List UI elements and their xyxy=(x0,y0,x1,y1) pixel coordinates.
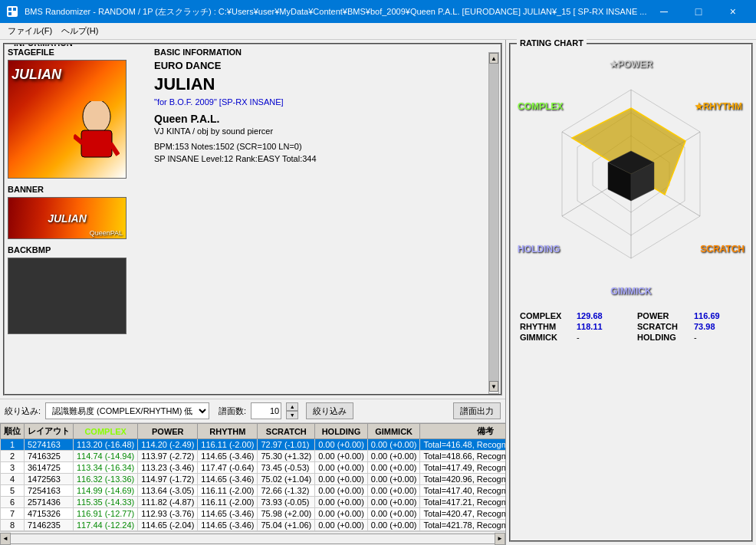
scratch-label: SCRATCH xyxy=(700,244,744,254)
col-scratch[interactable]: SCRATCH xyxy=(258,424,315,439)
banner-text: JULIAN xyxy=(48,212,87,225)
close-button[interactable]: × xyxy=(715,0,750,23)
num-input[interactable] xyxy=(251,402,281,419)
svg-rect-1 xyxy=(8,8,12,11)
main-area: INFORMATION ▲ ▼ STAGEFILE xyxy=(0,40,756,545)
minimize-button[interactable]: ─ xyxy=(646,0,681,23)
export-button[interactable]: 譜面出力 xyxy=(453,402,501,419)
title-bar: BMS Randomizer - RANDOM / 1P (左スクラッチ) : … xyxy=(0,0,756,23)
table-row[interactable]: 87146235117.44 (-12.24)114.65 (-2.04)114… xyxy=(1,520,506,531)
col-holding[interactable]: HOLDING xyxy=(315,424,368,439)
rhythm-key: RHYTHM xyxy=(520,322,574,331)
song-title: JULIAN xyxy=(154,74,498,94)
holding-value: - xyxy=(694,333,697,342)
table-body: 15274163113.20 (-16.48)114.20 (-2.49)116… xyxy=(1,439,506,532)
power-key: POWER xyxy=(637,311,691,320)
complex-label: COMPLEX xyxy=(518,101,563,112)
col-rhythm[interactable]: RHYTHM xyxy=(198,424,258,439)
table-row[interactable]: 74715326116.91 (-12.77)112.93 (-3.76)114… xyxy=(1,508,506,520)
hscroll-left-button[interactable]: ◄ xyxy=(0,533,11,545)
filter-bar: 絞り込み: 認識難易度 (COMPLEX/RHYTHM) 低 譜面数: ▲ ▼ … xyxy=(0,399,505,423)
table-wrap[interactable]: 順位 レイアウト COMPLEX POWER RHYTHM SCRATCH HO… xyxy=(0,423,505,531)
info-title: INFORMATION xyxy=(11,43,76,48)
col-power[interactable]: POWER xyxy=(138,424,198,439)
basic-info-col: BASIC INFORMATION EURO DANCE JULIAN "for… xyxy=(148,48,498,391)
holding-key: HOLDING xyxy=(637,333,691,342)
filter-select[interactable]: 認識難易度 (COMPLEX/RHYTHM) 低 xyxy=(45,402,209,419)
scratch-row: SCRATCH 73.98 xyxy=(637,322,742,331)
window-controls: ─ □ × xyxy=(646,0,750,23)
backbmp-label: BACKBMP xyxy=(8,245,142,254)
window-title: BMS Randomizer - RANDOM / 1P (左スクラッチ) : … xyxy=(25,6,646,18)
scratch-key: SCRATCH xyxy=(637,322,691,331)
filter-label: 絞り込み: xyxy=(5,405,41,417)
table-section: 順位 レイアウト COMPLEX POWER RHYTHM SCRATCH HO… xyxy=(0,423,505,545)
rhythm-label: ★RHYTHM xyxy=(695,101,742,112)
complex-row: COMPLEX 129.68 xyxy=(520,311,625,320)
stagefile-col: STAGEFILE JULI xyxy=(8,48,142,391)
hscroll-track[interactable] xyxy=(11,534,495,544)
banner-image: JULIAN QueenPAL xyxy=(8,197,127,239)
menu-file[interactable]: ファイル(F) xyxy=(3,24,57,38)
scroll-down-button[interactable]: ▼ xyxy=(489,381,498,392)
radar-area: ★POWER ★RHYTHM SCRATCH GIMMICK HOLDING C… xyxy=(514,48,748,308)
banner-label: BANNER xyxy=(8,185,142,194)
level-info: SP INSANE Level:12 Rank:EASY Total:344 xyxy=(154,154,498,163)
stagefile-title-text: JULIAN xyxy=(12,67,61,83)
gimmick-key: GIMMICK xyxy=(520,333,574,342)
menu-help[interactable]: ヘルプ(H) xyxy=(57,24,103,38)
rhythm-row: RHYTHM 118.11 xyxy=(520,322,625,331)
rating-title: RATING CHART xyxy=(517,38,587,48)
power-row: POWER 116.69 xyxy=(637,311,742,320)
spin-up-button[interactable]: ▲ xyxy=(286,402,298,411)
holding-row: HOLDING - xyxy=(637,333,742,342)
num-spinner[interactable]: ▲ ▼ xyxy=(286,402,298,419)
scroll-indicator: ▲ ▼ xyxy=(488,52,499,394)
svg-rect-2 xyxy=(13,8,16,11)
info-content: STAGEFILE JULI xyxy=(8,48,498,391)
subartist-name: VJ KINTA / obj by sound piercer xyxy=(154,126,498,136)
filter-button[interactable]: 絞り込み xyxy=(306,402,353,419)
info-section: INFORMATION ▲ ▼ STAGEFILE xyxy=(3,43,502,396)
gimmick-row: GIMMICK - xyxy=(520,333,625,342)
bpm-notes: BPM:153 Notes:1502 (SCR=100 LN=0) xyxy=(154,142,498,151)
complex-value: 129.68 xyxy=(577,311,603,320)
col-gimmick[interactable]: GIMMICK xyxy=(367,424,420,439)
left-panel: INFORMATION ▲ ▼ STAGEFILE xyxy=(0,40,506,545)
power-label: ★POWER xyxy=(610,59,652,70)
num-label: 譜面数: xyxy=(219,405,246,417)
table-header: 順位 レイアウト COMPLEX POWER RHYTHM SCRATCH HO… xyxy=(1,424,506,439)
data-table: 順位 レイアウト COMPLEX POWER RHYTHM SCRATCH HO… xyxy=(0,423,505,531)
complex-key: COMPLEX xyxy=(520,311,574,320)
maximize-button[interactable]: □ xyxy=(681,0,715,23)
gimmick-label: GIMMICK xyxy=(610,286,651,297)
table-row[interactable]: 57254163114.99 (-14.69)113.64 (-3.05)116… xyxy=(1,485,506,497)
stagefile-label: STAGEFILE xyxy=(8,48,142,57)
table-row[interactable]: 15274163113.20 (-16.48)114.20 (-2.49)116… xyxy=(1,439,506,451)
scratch-value: 73.98 xyxy=(694,322,715,331)
col-layout[interactable]: レイアウト xyxy=(25,424,74,439)
genre-text: EURO DANCE xyxy=(154,60,498,71)
table-row[interactable]: 33614725113.34 (-16.34)113.23 (-3.46)117… xyxy=(1,462,506,474)
col-rank[interactable]: 順位 xyxy=(1,424,25,439)
table-row[interactable]: 27416325114.74 (-14.94)113.97 (-2.72)114… xyxy=(1,451,506,462)
song-subtitle: "for B.O.F. 2009" [SP-RX INSANE] xyxy=(154,97,498,107)
hscroll-right-button[interactable]: ► xyxy=(495,533,505,545)
scroll-up-button[interactable]: ▲ xyxy=(489,53,498,64)
table-scroll-bottom[interactable]: ◄ ► xyxy=(0,531,505,545)
basic-info-label: BASIC INFORMATION xyxy=(154,48,498,57)
artist-name: Queen P.A.L. xyxy=(154,113,498,125)
col-note[interactable]: 備考 xyxy=(420,424,505,439)
title-bar-left: BMS Randomizer - RANDOM / 1P (左スクラッチ) : … xyxy=(6,5,646,18)
table-row[interactable]: 41472563116.32 (-13.36)114.97 (-1.72)114… xyxy=(1,474,506,485)
gimmick-value: - xyxy=(577,333,580,342)
spin-down-button[interactable]: ▼ xyxy=(286,411,298,419)
app-icon xyxy=(6,5,18,18)
col-complex[interactable]: COMPLEX xyxy=(74,424,138,439)
holding-label: HOLDING xyxy=(518,244,560,254)
backbmp-image xyxy=(8,258,127,334)
svg-rect-5 xyxy=(81,130,112,157)
rhythm-value: 118.11 xyxy=(577,322,603,331)
table-row[interactable]: 62571436115.35 (-14.33)111.82 (-4.87)116… xyxy=(1,497,506,508)
rating-values: COMPLEX 129.68 POWER 116.69 RHYTHM 118.1… xyxy=(514,308,748,345)
